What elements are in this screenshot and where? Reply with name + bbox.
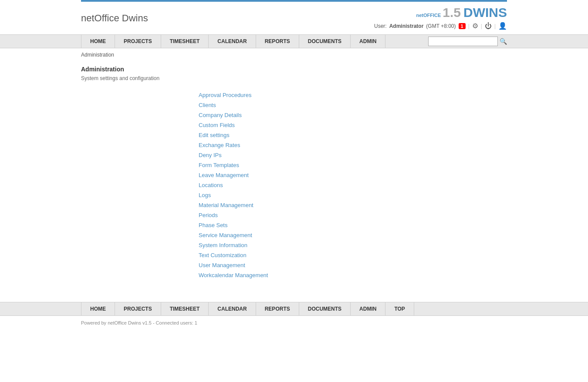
admin-links-list: Approval ProceduresClientsCompany Detail… — [199, 90, 507, 280]
main-content: Administration System settings and confi… — [0, 61, 588, 293]
footer-nav-item-timesheet[interactable]: TIMESHEET — [161, 302, 209, 315]
admin-link-logs[interactable]: Logs — [199, 190, 507, 200]
admin-link-exchange-rates[interactable]: Exchange Rates — [199, 140, 507, 150]
header: netOffice Dwins netOFFICE 1.5 DWINS User… — [0, 2, 588, 34]
admin-link-leave-management[interactable]: Leave Management — [199, 170, 507, 180]
logo-net: netOFFICE — [416, 13, 441, 18]
admin-link-workcalendar-management[interactable]: Workcalendar Management — [199, 270, 507, 280]
admin-link-system-information[interactable]: System Information — [199, 240, 507, 250]
nav-item-admin[interactable]: ADMIN — [351, 35, 385, 48]
footer-nav-item-admin[interactable]: ADMIN — [351, 302, 385, 315]
admin-link-periods[interactable]: Periods — [199, 210, 507, 220]
header-right: netOFFICE 1.5 DWINS User: Administrator … — [374, 6, 507, 30]
breadcrumb: Administration — [0, 48, 588, 61]
user-bar: User: Administrator (GMT +8:00) 1 | ⚙ | … — [374, 22, 507, 30]
admin-link-user-management[interactable]: User Management — [199, 260, 507, 270]
nav-item-documents[interactable]: DOCUMENTS — [299, 35, 351, 48]
admin-link-text-customization[interactable]: Text Customization — [199, 250, 507, 260]
footer-nav-item-documents[interactable]: DOCUMENTS — [299, 302, 351, 315]
footer: Powered by netOffice Dwins v1.5 - Connec… — [0, 316, 588, 330]
footer-nav: HOMEPROJECTSTIMESHEETCALENDARREPORTSDOCU… — [0, 302, 588, 316]
footer-nav-item-reports[interactable]: REPORTS — [256, 302, 299, 315]
admin-link-company-details[interactable]: Company Details — [199, 110, 507, 120]
separator1: | — [468, 23, 470, 29]
admin-link-deny-ips[interactable]: Deny IPs — [199, 150, 507, 160]
settings-icon[interactable]: ⚙ — [472, 22, 478, 30]
separator3: | — [494, 23, 496, 29]
page-title: Administration — [81, 66, 507, 73]
search-button[interactable]: 🔍 — [500, 38, 507, 45]
main-nav: HOMEPROJECTSTIMESHEETCALENDARREPORTSDOCU… — [0, 34, 588, 48]
separator2: | — [481, 23, 482, 29]
nav-item-projects[interactable]: PROJECTS — [115, 35, 161, 48]
admin-link-clients[interactable]: Clients — [199, 100, 507, 110]
admin-link-edit-settings[interactable]: Edit settings — [199, 130, 507, 140]
nav-item-reports[interactable]: REPORTS — [256, 35, 299, 48]
page-subtitle: System settings and configuration — [81, 75, 507, 81]
power-icon[interactable]: ⏻ — [485, 22, 492, 30]
admin-link-approval-procedures[interactable]: Approval Procedures — [199, 90, 507, 100]
admin-link-form-templates[interactable]: Form Templates — [199, 160, 507, 170]
nav-search: 🔍 — [428, 37, 507, 46]
logo-brand: netOFFICE 1.5 DWINS — [416, 6, 507, 19]
timezone: (GMT +8:00) — [426, 23, 456, 29]
user-icon[interactable]: 👤 — [498, 22, 507, 30]
admin-link-locations[interactable]: Locations — [199, 180, 507, 190]
notif-badge[interactable]: 1 — [459, 23, 466, 29]
admin-link-custom-fields[interactable]: Custom Fields — [199, 120, 507, 130]
admin-link-phase-sets[interactable]: Phase Sets — [199, 220, 507, 230]
nav-item-timesheet[interactable]: TIMESHEET — [161, 35, 209, 48]
footer-nav-item-home[interactable]: HOME — [81, 302, 115, 315]
logo-dwins: DWINS — [463, 6, 507, 19]
admin-link-service-management[interactable]: Service Management — [199, 230, 507, 240]
user-label: User: — [374, 23, 387, 29]
logo-version: 1.5 — [443, 6, 461, 19]
footer-nav-item-calendar[interactable]: CALENDAR — [209, 302, 256, 315]
footer-nav-item-projects[interactable]: PROJECTS — [115, 302, 161, 315]
footer-nav-item-top[interactable]: TOP — [385, 302, 414, 315]
search-input[interactable] — [428, 37, 498, 46]
nav-item-home[interactable]: HOME — [81, 35, 115, 48]
footer-text: Powered by netOffice Dwins v1.5 - Connec… — [81, 320, 197, 325]
nav-item-calendar[interactable]: CALENDAR — [209, 35, 256, 48]
logo-text: netOffice Dwins — [81, 13, 148, 24]
user-name: Administrator — [389, 23, 424, 29]
admin-link-material-management[interactable]: Material Management — [199, 200, 507, 210]
